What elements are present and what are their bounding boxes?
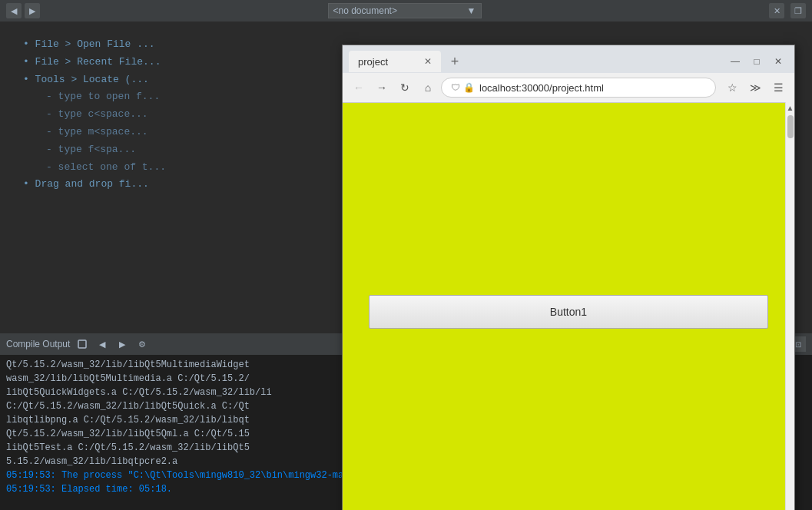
address-icons-left: 🛡 🔒 (451, 82, 475, 93)
browser-tabs: project ✕ + — □ ✕ (343, 45, 794, 73)
browser-fwd-button[interactable]: → (372, 78, 392, 98)
title-bar-nav: ◀ ▶ (6, 3, 40, 18)
browser-scrollbar: ▲ ▼ (785, 102, 794, 510)
new-tab-button[interactable]: + (444, 51, 466, 72)
close-button[interactable]: ✕ (769, 3, 784, 18)
button1[interactable]: Button1 (369, 295, 768, 329)
title-bar: ◀ ▶ <no document> ▼ ✕ ❐ (0, 0, 812, 22)
nav-back-button[interactable]: ◀ (6, 3, 22, 18)
browser-home-button[interactable]: ⌂ (418, 78, 438, 98)
panel-prev-button[interactable]: ◀ (94, 337, 110, 351)
tab-close-icon[interactable]: ✕ (424, 56, 432, 67)
browser-tab-project[interactable]: project ✕ (349, 51, 441, 72)
document-selector[interactable]: <no document> ▼ (328, 3, 482, 18)
svg-rect-0 (78, 340, 86, 348)
browser-address-bar[interactable]: 🛡 🔒 localhost:30000/project.html (441, 78, 716, 98)
bookmark-button[interactable]: ☆ (722, 78, 742, 98)
panel-clear-button[interactable] (75, 337, 90, 351)
browser-content: Button1 (343, 103, 794, 510)
tab-label: project (358, 56, 388, 68)
overflow-button[interactable]: ≫ (745, 78, 765, 98)
ide-container: ◀ ▶ <no document> ▼ ✕ ❐ • File > Open Fi… (0, 0, 812, 510)
browser-maximize-button[interactable]: □ (747, 53, 767, 70)
browser-refresh-button[interactable]: ↻ (395, 78, 415, 98)
shield-icon: 🛡 (451, 82, 460, 93)
panel-settings-button[interactable]: ⚙ (134, 337, 150, 351)
address-text: localhost:30000/project.html (479, 82, 706, 94)
browser-back-button[interactable]: ← (349, 78, 369, 98)
browser-toolbar-icons: ☆ ≫ ☰ (722, 78, 788, 98)
browser-controls: ← → ↻ ⌂ 🛡 🔒 localhost:30000/project.html… (343, 73, 794, 102)
browser-minimize-button[interactable]: — (725, 53, 745, 70)
menu-button[interactable]: ☰ (768, 78, 788, 98)
document-label: <no document> (333, 5, 397, 16)
lock-icon: 🔒 (463, 82, 475, 93)
scrollbar-up-icon[interactable]: ▲ (787, 104, 794, 112)
scrollbar-thumb[interactable] (787, 115, 794, 138)
window-restore-button[interactable]: ❐ (790, 3, 806, 18)
dropdown-arrow-icon: ▼ (467, 5, 476, 16)
panel-title: Compile Output (6, 339, 70, 349)
title-bar-doc: <no document> ▼ (46, 3, 763, 18)
main-area: • File > Open File ... • File > Recent F… (0, 22, 812, 510)
nav-fwd-button[interactable]: ▶ (25, 3, 40, 18)
browser-close-button[interactable]: ✕ (768, 53, 788, 70)
browser-window: project ✕ + — □ ✕ ← → ↻ ⌂ (342, 45, 795, 510)
browser-chrome: project ✕ + — □ ✕ ← → ↻ ⌂ (343, 45, 794, 103)
panel-next-button[interactable]: ▶ (114, 337, 130, 351)
